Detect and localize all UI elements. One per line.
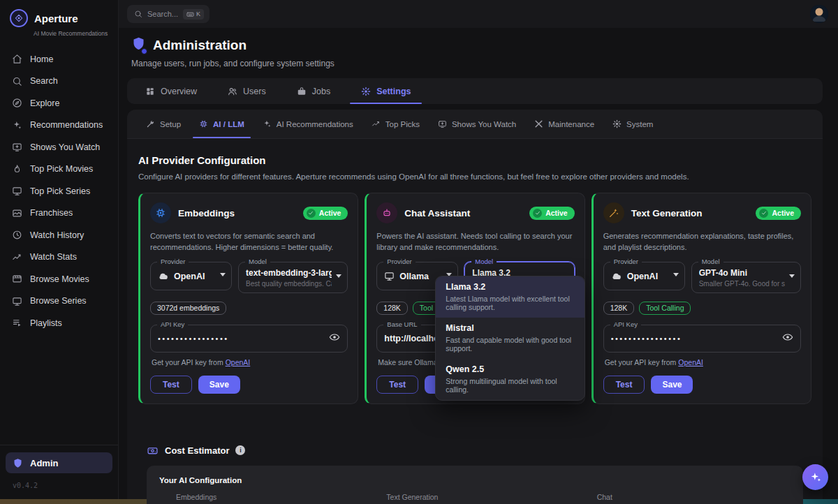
tab-label: Users: [243, 87, 266, 96]
sidebar-item-label: Home: [30, 54, 53, 64]
user-avatar[interactable]: [810, 5, 828, 23]
dropdown-option-mistral[interactable]: Mistral Fast and capable model with good…: [436, 318, 584, 359]
sidebar-item-recommendations[interactable]: Recommendations: [0, 114, 118, 137]
wrench-icon: [146, 119, 155, 128]
model-select[interactable]: Model text-embedding-3-large Best qualit…: [238, 262, 348, 293]
subtab-system[interactable]: System: [603, 110, 662, 138]
eye-icon[interactable]: [782, 332, 793, 346]
cost-estimator-section: Cost Estimator i Your AI Configuration E…: [138, 445, 811, 504]
sidebar-item-watch-stats[interactable]: Watch Stats: [0, 246, 118, 269]
test-button[interactable]: Test: [376, 376, 418, 394]
dropdown-option-llama-3-2[interactable]: Llama 3.2 Latest Llama model with excell…: [436, 276, 584, 318]
model-description: Best quality embeddings. Captures nuance: [246, 280, 332, 288]
sidebar-item-watch-history[interactable]: Watch History: [0, 224, 118, 246]
card-title: Text Generation: [631, 208, 703, 218]
model-label: Model: [471, 258, 497, 265]
sidebar-item-shows-you-watch[interactable]: Shows You Watch: [0, 136, 118, 158]
sidebar-item-label: Playlists: [30, 318, 62, 328]
brand-name: Aperture: [34, 13, 78, 24]
subtab-label: Top Picks: [385, 120, 420, 128]
check-icon: [759, 209, 768, 218]
sidebar-item-label: Watch Stats: [30, 252, 77, 262]
avatar-image: [810, 5, 828, 23]
subtab-maintenance[interactable]: Maintenance: [525, 110, 603, 138]
sidebar-item-home[interactable]: Home: [0, 48, 118, 71]
api-key-field[interactable]: API Key ••••••••••••••••: [150, 325, 348, 353]
monitor-icon: [12, 186, 22, 196]
subtab-setup[interactable]: Setup: [137, 110, 190, 138]
tab-overview[interactable]: Overview: [130, 78, 212, 104]
trend-icon: [12, 252, 22, 262]
sidebar-item-top-pick-movies[interactable]: Top Pick Movies: [0, 158, 118, 181]
subtab-ai-recommendations[interactable]: AI Recommendations: [253, 110, 362, 138]
tab-users[interactable]: Users: [212, 78, 281, 104]
subtab-ai-llm[interactable]: AI / LLM: [190, 110, 253, 138]
sidebar-item-admin[interactable]: Admin: [6, 452, 112, 473]
embeddings-card: Embeddings Active Converts text to vecto…: [138, 193, 358, 404]
sidebar-item-search[interactable]: Search: [0, 71, 118, 93]
chevron-down-icon: [220, 273, 226, 276]
info-icon[interactable]: i: [235, 445, 245, 455]
cloud-icon: [158, 271, 169, 282]
option-description: Strong multilingual model with tool call…: [446, 377, 574, 394]
tab-settings[interactable]: Settings: [346, 78, 426, 104]
app-window: Aperture AI Movie Recommendations Home S…: [0, 0, 838, 499]
sidebar-item-browse-series[interactable]: Browse Series: [0, 290, 118, 313]
chip-icon: [150, 202, 171, 223]
brand[interactable]: Aperture: [0, 0, 118, 29]
sidebar-item-label: Top Pick Movies: [30, 164, 93, 174]
sparkles-icon: [263, 119, 272, 128]
save-button[interactable]: Save: [198, 376, 240, 394]
chat-assistant-card: Chat Assistant Active Powers the AI assi…: [365, 193, 585, 404]
tab-jobs[interactable]: Jobs: [281, 78, 346, 104]
cost-estimator-title: Cost Estimator: [165, 445, 229, 456]
subtab-top-picks[interactable]: Top Picks: [362, 110, 429, 138]
provider-select[interactable]: Provider OpenAI: [603, 262, 685, 290]
model-value: GPT-4o Mini: [699, 268, 785, 278]
chevron-down-icon: [789, 274, 795, 278]
card-title: Chat Assistant: [404, 208, 470, 218]
admin-tabs: Overview Users Jobs Settings: [127, 78, 823, 104]
subtab-shows-you-watch[interactable]: Shows You Watch: [429, 110, 525, 138]
base-url-label: Base URL: [383, 320, 420, 328]
sidebar-bottom: Admin v0.4.2: [0, 445, 118, 499]
api-key-field[interactable]: API Key ••••••••••••••••: [603, 325, 801, 353]
save-button[interactable]: Save: [651, 376, 693, 394]
test-button[interactable]: Test: [603, 376, 645, 394]
administration-shield-icon: [131, 36, 146, 54]
dropdown-option-qwen-2-5[interactable]: Qwen 2.5 Strong multilingual model with …: [436, 359, 584, 400]
sidebar-item-top-pick-series[interactable]: Top Pick Series: [0, 180, 118, 202]
status-badge: Active: [756, 207, 801, 220]
admin-shield-icon: [13, 458, 23, 468]
sidebar-item-franchises[interactable]: Franchises: [0, 202, 118, 225]
chip-icon: [199, 119, 208, 128]
provider-select[interactable]: Provider OpenAI: [150, 262, 232, 290]
openai-link[interactable]: OpenAI: [678, 358, 703, 366]
test-button[interactable]: Test: [150, 376, 192, 394]
provider-label: Provider: [157, 258, 189, 265]
topbar: Search... K: [119, 0, 838, 28]
sidebar-item-label: Browse Series: [30, 296, 87, 306]
ai-assistant-fab[interactable]: [802, 464, 828, 490]
tool-calling-badge: Tool Calling: [639, 302, 691, 315]
search-input[interactable]: Search... K: [127, 5, 210, 23]
eye-icon[interactable]: [329, 332, 340, 346]
cost-entry-label: Text Generation: [386, 493, 580, 501]
users-icon: [228, 87, 237, 96]
openai-link[interactable]: OpenAI: [226, 358, 251, 366]
subtab-label: AI / LLM: [213, 120, 244, 128]
provider-label: Provider: [610, 258, 642, 265]
api-key-value: ••••••••••••••••: [611, 334, 778, 343]
sidebar-item-explore[interactable]: Explore: [0, 92, 118, 114]
model-select[interactable]: Model GPT-4o Mini Smaller GPT-4o. Good f…: [691, 262, 801, 293]
search-placeholder: Search...: [147, 10, 178, 18]
home-icon: [12, 54, 22, 64]
tv-plus-icon: [12, 142, 22, 152]
subtab-label: Shows You Watch: [452, 120, 516, 128]
option-name: Mistral: [446, 323, 574, 333]
cloud-icon: [611, 271, 622, 282]
api-key-label: API Key: [157, 320, 188, 328]
sidebar-item-playlists[interactable]: Playlists: [0, 312, 118, 334]
settings-subtabs: Setup AI / LLM AI Recommendations Top Pi…: [127, 110, 823, 139]
sidebar-item-browse-movies[interactable]: Browse Movies: [0, 268, 118, 290]
